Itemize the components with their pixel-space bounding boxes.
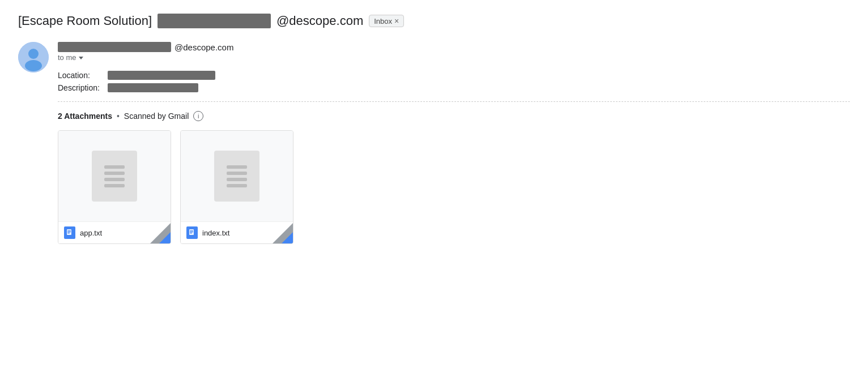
attachments-count: 2 Attachments [58, 112, 112, 121]
doc-line [227, 178, 247, 181]
subject-prefix: [Escape Room Solution] [18, 14, 152, 28]
email-content: @descope.com to me Location: Description… [58, 42, 850, 244]
doc-line [104, 178, 125, 181]
email-body: @descope.com to me Location: Description… [18, 42, 850, 244]
svg-rect-10 [190, 233, 192, 233]
attachment-preview-1 [58, 131, 171, 221]
svg-rect-4 [67, 230, 71, 231]
chevron-down-icon[interactable] [79, 57, 83, 59]
to-me-line[interactable]: to me [58, 53, 850, 62]
svg-rect-8 [190, 230, 193, 231]
sender-name-redacted [58, 42, 171, 52]
doc-preview-icon-1 [92, 151, 137, 202]
corner-fold-blue-2 [282, 232, 293, 243]
file-doc-icon-2 [186, 226, 198, 239]
attachment-card-1[interactable]: app.txt [58, 130, 171, 244]
sender-domain: @descope.com [175, 42, 233, 52]
subject-redacted [158, 14, 271, 28]
doc-line [227, 184, 247, 187]
sender-line: @descope.com [58, 42, 850, 52]
location-value-redacted [108, 71, 215, 80]
doc-line [227, 165, 247, 169]
doc-line [104, 184, 125, 187]
scanned-by-gmail-text: Scanned by Gmail [124, 112, 189, 121]
attachments-dot: • [117, 112, 120, 121]
to-me-label: to me [58, 53, 76, 62]
inbox-close-button[interactable]: × [394, 16, 399, 25]
file-doc-icon-1 [64, 226, 75, 239]
attachments-header: 2 Attachments • Scanned by Gmail i [58, 111, 850, 121]
location-row: Location: [58, 71, 850, 80]
attachment-footer-2: index.txt [181, 221, 293, 243]
svg-point-1 [28, 49, 39, 59]
svg-rect-5 [67, 232, 71, 232]
description-label: Description: [58, 83, 103, 92]
doc-line [227, 172, 247, 175]
attachments-grid: app.txt [58, 130, 850, 244]
inbox-label: Inbox [374, 17, 392, 25]
doc-preview-icon-2 [214, 151, 259, 202]
svg-point-2 [25, 60, 42, 71]
description-value-redacted [108, 83, 198, 92]
info-icon[interactable]: i [193, 111, 203, 121]
attachment-footer-1: app.txt [58, 221, 171, 243]
location-label: Location: [58, 71, 103, 80]
description-row: Description: [58, 83, 850, 92]
attachment-preview-2 [181, 131, 293, 221]
corner-fold-blue-1 [159, 232, 171, 243]
svg-rect-6 [67, 233, 70, 233]
email-fields: Location: Description: [58, 71, 850, 92]
doc-line [104, 165, 125, 169]
subject-domain: @descope.com [276, 14, 363, 28]
attachment-card-2[interactable]: index.txt [180, 130, 293, 244]
subject-line: [Escape Room Solution] @descope.com Inbo… [18, 14, 850, 28]
avatar [18, 42, 49, 72]
svg-rect-9 [190, 232, 193, 232]
divider [58, 101, 850, 102]
doc-line [104, 172, 125, 175]
inbox-badge[interactable]: Inbox × [369, 15, 404, 27]
